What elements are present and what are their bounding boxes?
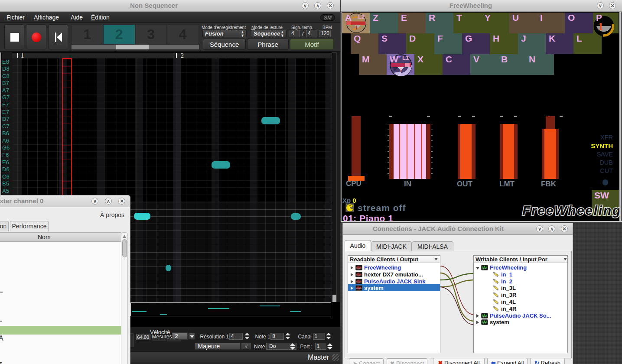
svg-text:FreeWheeling: FreeWheeling: [522, 203, 619, 218]
